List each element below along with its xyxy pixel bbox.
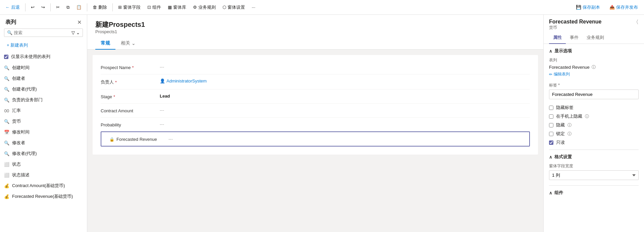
format-section-title: 格式设置 [554, 154, 572, 160]
sidebar-item[interactable]: 🔍创建者(代理) [0, 84, 87, 95]
cut-button[interactable]: ✂ [53, 3, 62, 12]
user-icon: 👤 [160, 78, 165, 83]
tab-properties[interactable]: 属性 [549, 32, 566, 44]
highlighted-field-row[interactable]: 🔒 Forecasted Revenue --- [101, 131, 530, 147]
back-arrow-icon: ← [5, 5, 10, 10]
sidebar-item[interactable]: 📅修改时间 [0, 127, 87, 137]
right-panel-body: ∧ 显示选项 表列 Forecasted Revenue ⓘ ✏ 编辑表列 标签… [544, 44, 644, 203]
collapse-icon: ∧ [549, 49, 552, 54]
only-unused-label: 仅显示未使用的表列 [11, 54, 50, 60]
business-rule-button[interactable]: ⚙ 业务规则 [190, 2, 218, 12]
sidebar-item-icon: 🔍 [4, 119, 9, 124]
sidebar-item[interactable]: 🔍修改者 [0, 137, 87, 148]
sidebar-item-icon: 🔍 [4, 65, 9, 70]
table-col-value-row: Forecasted Revenue ⓘ [549, 64, 639, 70]
sidebar-item-label: 汇率 [12, 108, 21, 114]
display-section-header[interactable]: ∧ 显示选项 [549, 48, 639, 54]
sidebar-search-container[interactable]: 🔍 ▽ ⌄ [4, 28, 83, 37]
form-header: 新建Prospects1 Prospects1 常规 相关 ⌄ [87, 15, 543, 50]
tab-general[interactable]: 常规 [95, 38, 115, 50]
separator3 [87, 3, 87, 11]
undo-button[interactable]: ↩ [28, 3, 37, 12]
copy-button[interactable]: ⧉ [64, 3, 72, 12]
right-panel: Forecasted Revenue 货币 〈 属性 事件 业务规则 ∧ 显示选… [543, 15, 644, 232]
sidebar-item-icon: 🔍 [4, 151, 9, 156]
tab-business-rules[interactable]: 业务规则 [583, 32, 608, 44]
filter-dropdown-icon: ⌄ [76, 30, 80, 35]
sidebar-item-label: 负责的业务部门 [12, 97, 43, 103]
toolbar: ← 后退 ↩ ↪ ✂ ⧉ 📋 🗑 删除 ⊞ 窗体字段 ⊡ 组件 ▦ 窗体库 ⚙ … [0, 0, 644, 15]
sidebar-item[interactable]: 💰Contract Amount(基础货币) [0, 180, 87, 191]
filter-button[interactable]: ▽ ⌄ [71, 30, 80, 35]
tab-events[interactable]: 事件 [566, 32, 583, 44]
widget-lib-button[interactable]: ▦ 窗体库 [165, 2, 189, 12]
checkbox-label: 锁定 [556, 131, 565, 137]
checkbox-input[interactable] [549, 140, 553, 145]
sidebar-item[interactable]: ⬜状态描述 [0, 170, 87, 180]
only-unused-checkbox[interactable] [4, 55, 8, 59]
info-icon: ⓘ [567, 122, 572, 128]
sidebar-item-label: Forecasted Revenue(基础货币) [12, 193, 73, 199]
save-draft-button[interactable]: 💾 保存副本 [573, 2, 603, 12]
checkbox-input[interactable] [549, 123, 553, 127]
search-input[interactable] [14, 30, 70, 35]
checkbox-row: 隐藏标签 [549, 105, 639, 111]
component-section-title: 组件 [554, 190, 563, 196]
sidebar-title: 表列 [5, 19, 16, 26]
component-collapse-icon: ∧ [549, 190, 552, 195]
checkboxes-section: 隐藏标签在手机上隐藏 ⓘ隐藏 ⓘ锁定 ⓘ只读 [549, 105, 639, 146]
paste-button[interactable]: 📋 [73, 3, 84, 12]
form-field-label: Contract Amount [101, 108, 154, 113]
sidebar-item[interactable]: 🔍创建时间 [0, 62, 87, 73]
form-field-row: Stage *Lead [101, 90, 530, 104]
sidebar-item[interactable]: ⬜状态 [0, 159, 87, 170]
width-select[interactable]: 1 列2 列 [549, 170, 639, 180]
sidebar-item[interactable]: 00汇率 [0, 105, 87, 116]
widget-field-button[interactable]: ⊞ 窗体字段 [115, 2, 143, 12]
widget-settings-button[interactable]: ⬡ 窗体设置 [220, 2, 248, 12]
sidebar-item-label: 创建者(代理) [12, 86, 37, 92]
form-field-value: Lead [160, 94, 530, 99]
component-icon: ⊡ [147, 5, 151, 10]
component-section-header[interactable]: ∧ 组件 [549, 190, 639, 196]
checkbox-input[interactable] [549, 114, 553, 119]
sidebar-item-icon: 💰 [4, 183, 9, 188]
more-button[interactable]: ··· [249, 3, 258, 12]
tag-input[interactable] [549, 90, 639, 99]
sidebar-item[interactable]: 🔍负责的业务部门 [0, 95, 87, 105]
search-icon: 🔍 [7, 30, 12, 35]
redo-button[interactable]: ↪ [39, 3, 48, 12]
format-section-header[interactable]: ∧ 格式设置 [549, 154, 639, 160]
widget-lib-icon: ▦ [168, 5, 172, 10]
sidebar-item-label: 创建者 [12, 75, 25, 81]
new-table-col-button[interactable]: + 新建表列 [4, 41, 83, 50]
form-field-row: Probability--- [101, 118, 530, 131]
settings-icon: ⬡ [222, 5, 226, 10]
sidebar-item-icon: 🔍 [4, 140, 9, 146]
edit-table-link[interactable]: ✏ 编辑表列 [549, 71, 639, 77]
sidebar-item-icon: 00 [4, 108, 9, 113]
format-collapse-icon: ∧ [549, 155, 552, 160]
form-field-value[interactable]: 👤 AdministratorSystem [160, 78, 530, 83]
sidebar-item[interactable]: 🔍修改者(代理) [0, 148, 87, 159]
tag-label: 标签 * [549, 82, 639, 88]
required-marker: * [113, 94, 115, 99]
divider1 [549, 150, 639, 150]
back-button[interactable]: ← 后退 [3, 2, 22, 12]
checkbox-input[interactable] [549, 132, 553, 136]
delete-button[interactable]: 🗑 删除 [90, 2, 110, 12]
highlighted-field-value: --- [168, 136, 521, 141]
save-publish-button[interactable]: 📤 保存并发布 [606, 2, 641, 12]
sidebar-item[interactable]: 🔍货币 [0, 116, 87, 127]
tab-related[interactable]: 相关 ⌄ [115, 38, 141, 50]
right-panel-collapse-button[interactable]: 〈 [633, 19, 639, 26]
checkbox-input[interactable] [549, 106, 553, 110]
save-publish-label: 保存并发布 [616, 4, 638, 10]
sidebar-item[interactable]: 💰Forecasted Revenue(基础货币) [0, 191, 87, 202]
sidebar-item[interactable]: 🔍创建者 [0, 73, 87, 84]
checkbox-label: 隐藏标签 [556, 105, 574, 111]
separator2 [50, 3, 51, 11]
component-button[interactable]: ⊡ 组件 [145, 2, 164, 12]
sidebar-item-icon: 🔍 [4, 87, 9, 92]
sidebar-close-button[interactable]: ✕ [77, 19, 82, 25]
